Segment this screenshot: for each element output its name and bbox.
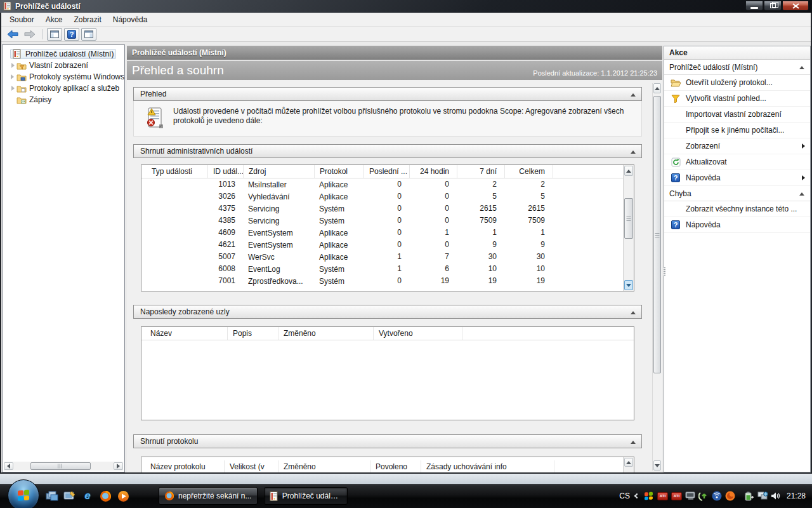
tray-expand-chevron-icon[interactable] (634, 493, 639, 498)
action-view-submenu[interactable]: Zobrazení (664, 138, 810, 154)
table-row[interactable]: 6008EventLogSystém161010 (141, 263, 623, 275)
show-action-pane-button[interactable] (81, 28, 96, 41)
column-header[interactable]: Vytvořeno (373, 327, 462, 340)
switch-windows-icon[interactable] (46, 490, 58, 502)
tree-item-custom-views[interactable]: Vlastní zobrazení (3, 60, 124, 71)
action-open-saved-log[interactable]: Otevřít uložený protokol... (664, 75, 810, 91)
tray-volume-icon[interactable] (771, 491, 781, 501)
collapse-arrow-icon (631, 441, 636, 444)
expand-icon[interactable] (11, 74, 14, 79)
restore-button[interactable] (764, 1, 782, 11)
table-row[interactable]: 1013MsiInstallerAplikace0022 (141, 178, 623, 190)
log-table-scrollbar[interactable] (623, 457, 634, 472)
scroll-down-button[interactable] (624, 280, 633, 290)
scroll-left-button[interactable] (4, 462, 13, 470)
actions-group-event-viewer[interactable]: Prohlížeč událostí (Místní) (664, 60, 810, 75)
section-overview-header[interactable]: Přehled (133, 87, 642, 101)
column-header[interactable]: Změněno (278, 460, 370, 472)
start-button[interactable] (8, 479, 39, 508)
table-row[interactable]: 4621EventSystemAplikace0099 (141, 239, 623, 251)
scrollbar-thumb[interactable] (653, 96, 661, 373)
action-help-submenu[interactable]: ? Nápověda (664, 170, 810, 186)
column-header[interactable]: Zdroj (243, 165, 314, 178)
help-toolbar-button[interactable]: ? (64, 28, 79, 41)
column-header[interactable]: ID udál... (207, 165, 243, 178)
scroll-right-button[interactable] (114, 462, 123, 470)
scroll-up-button[interactable] (624, 458, 633, 467)
action-show-all-instances[interactable]: Zobrazit všechny instance této ... (664, 201, 810, 217)
scrollbar-thumb[interactable] (624, 198, 633, 239)
section-admin-events-header[interactable]: Shrnutí administrativních událostí (133, 144, 642, 158)
column-header[interactable]: Název (141, 327, 227, 340)
table-row[interactable]: 7001Zprostředkova...Systém0191919 (141, 275, 623, 287)
internet-explorer-icon[interactable]: e (81, 490, 94, 502)
taskbar-button-event-viewer[interactable]: Prohlížeč událostí (264, 487, 348, 505)
tree-item-app-service-logs[interactable]: Protokoly aplikací a služeb (3, 83, 124, 94)
table-row[interactable]: 3026VyhledáváníAplikace0055 (141, 190, 623, 203)
actions-group-error[interactable]: Chyba (664, 186, 810, 201)
tray-display-icon[interactable] (685, 491, 695, 501)
column-header[interactable]: Typ události (141, 165, 207, 178)
window-titlebar[interactable]: Prohlížeč událostí (0, 0, 812, 13)
section-log-summary-header[interactable]: Shrnutí protokolu (133, 434, 642, 448)
action-create-custom-view[interactable]: Vytvořit vlastní pohled... (664, 91, 810, 107)
menu-file[interactable]: Soubor (4, 14, 40, 25)
tray-ati-icon-2[interactable]: ATI (671, 492, 682, 500)
expand-icon[interactable] (11, 63, 15, 68)
scroll-up-button[interactable] (624, 166, 633, 176)
column-header[interactable]: Poslední ... (363, 165, 409, 178)
show-console-tree-button[interactable] (47, 28, 62, 41)
firefox-icon[interactable] (99, 490, 112, 502)
tray-power-arrow-icon[interactable] (698, 491, 709, 501)
tray-windows-icon[interactable] (644, 491, 654, 501)
column-header[interactable]: Celkem (504, 165, 553, 178)
tray-wireless-icon[interactable] (712, 491, 722, 501)
action-import-custom-view[interactable]: Importovat vlastní zobrazení (664, 107, 810, 123)
column-header[interactable]: 24 hodin (409, 165, 457, 178)
table-row[interactable]: 4385ServicingSystém0075097509 (141, 215, 623, 227)
taskbar-clock[interactable]: 21:28 (787, 491, 806, 500)
table-row[interactable]: 5007WerSvcAplikace173030 (141, 251, 623, 263)
column-header[interactable]: Velikost (v (224, 460, 278, 472)
table-row[interactable]: 4609EventSystemAplikace0111 (141, 227, 623, 239)
tree-item-subscriptions[interactable]: Zápisy (3, 94, 124, 105)
tree-root-event-viewer[interactable]: Prohlížeč událostí (Místní) (3, 48, 124, 60)
scroll-down-button[interactable] (653, 460, 661, 471)
action-error-help[interactable]: ? Nápověda (664, 217, 810, 233)
column-header[interactable]: Protokol (314, 165, 363, 178)
media-player-icon[interactable] (117, 490, 129, 502)
group-header-label: Prohlížeč událostí (Místní) (669, 63, 757, 72)
menu-help[interactable]: Nápověda (107, 14, 154, 25)
column-header[interactable]: Název protokolu (141, 460, 224, 472)
menu-action[interactable]: Akce (40, 14, 69, 25)
taskbar-button-firefox[interactable]: nepřetržité sekání n... (159, 487, 258, 505)
column-header[interactable]: 7 dní (457, 165, 504, 178)
expand-icon[interactable] (11, 86, 15, 91)
forward-button[interactable] (22, 28, 37, 41)
column-header[interactable]: Povoleno (370, 460, 421, 472)
column-header[interactable]: Změněno (278, 327, 373, 340)
show-desktop-icon[interactable] (63, 490, 76, 502)
content-vertical-scrollbar[interactable] (652, 83, 662, 471)
admin-table-scrollbar[interactable] (623, 165, 634, 291)
tray-avast-icon[interactable] (725, 491, 735, 501)
action-refresh[interactable]: Aktualizovat (664, 154, 810, 170)
back-button[interactable] (5, 28, 20, 41)
language-indicator[interactable]: CS (619, 491, 630, 500)
tray-battery-icon[interactable] (744, 491, 754, 501)
menu-view[interactable]: Zobrazit (68, 14, 107, 25)
scroll-up-button[interactable] (653, 83, 661, 93)
tray-network-icon[interactable] (757, 491, 768, 501)
section-recent-nodes-header[interactable]: Naposledy zobrazené uzly (133, 305, 642, 319)
tree-horizontal-scrollbar[interactable] (4, 462, 123, 471)
table-row[interactable]: 4375ServicingSystém0026152615 (141, 203, 623, 215)
close-button[interactable] (782, 1, 809, 11)
tray-ati-icon[interactable]: ATI (657, 492, 668, 500)
column-header[interactable]: Popis (227, 327, 278, 340)
pane-splitter-grip[interactable] (664, 267, 665, 276)
minimize-button[interactable] (745, 1, 763, 11)
scrollbar-thumb[interactable] (30, 462, 91, 470)
tree-item-windows-logs[interactable]: Protokoly systému Windows (3, 71, 124, 83)
column-header[interactable]: Zásady uchovávání info (421, 460, 554, 472)
action-connect-to-computer[interactable]: Připojit se k jinému počítači... (664, 123, 810, 138)
